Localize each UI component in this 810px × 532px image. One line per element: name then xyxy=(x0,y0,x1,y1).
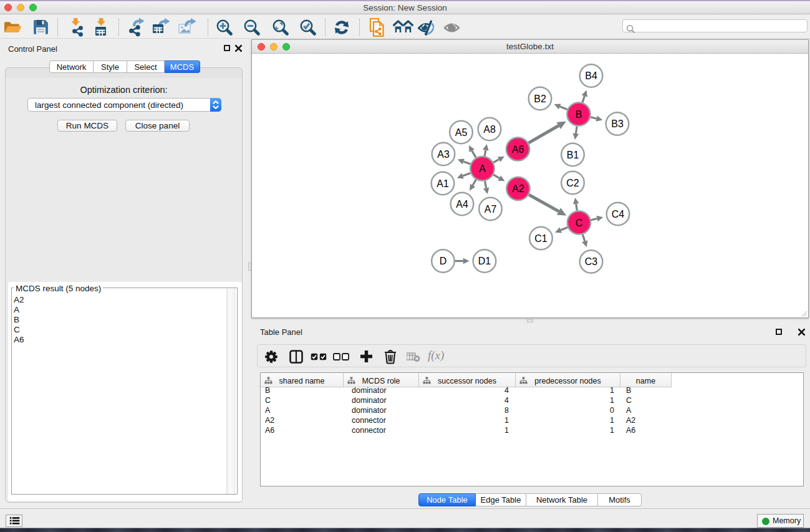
svg-text:A2: A2 xyxy=(512,183,524,194)
svg-text:D: D xyxy=(440,256,447,266)
svg-text:B: B xyxy=(576,109,582,120)
svg-text:B1: B1 xyxy=(567,150,579,160)
svg-text:A5: A5 xyxy=(455,127,468,138)
svg-text:B3: B3 xyxy=(611,118,624,129)
svg-text:C3: C3 xyxy=(585,256,598,267)
svg-text:A4: A4 xyxy=(456,199,468,210)
svg-text:A7: A7 xyxy=(485,204,497,215)
svg-text:C: C xyxy=(576,218,583,228)
svg-text:C4: C4 xyxy=(612,209,625,220)
svg-text:C1: C1 xyxy=(534,233,547,244)
svg-text:A6: A6 xyxy=(512,144,524,155)
svg-text:C2: C2 xyxy=(566,178,579,188)
svg-text:D1: D1 xyxy=(478,256,491,266)
svg-text:A1: A1 xyxy=(436,178,449,189)
svg-text:A: A xyxy=(479,163,486,174)
svg-text:B2: B2 xyxy=(534,94,546,104)
svg-text:B4: B4 xyxy=(585,70,597,81)
svg-text:A8: A8 xyxy=(483,124,496,135)
svg-text:A3: A3 xyxy=(437,149,450,160)
